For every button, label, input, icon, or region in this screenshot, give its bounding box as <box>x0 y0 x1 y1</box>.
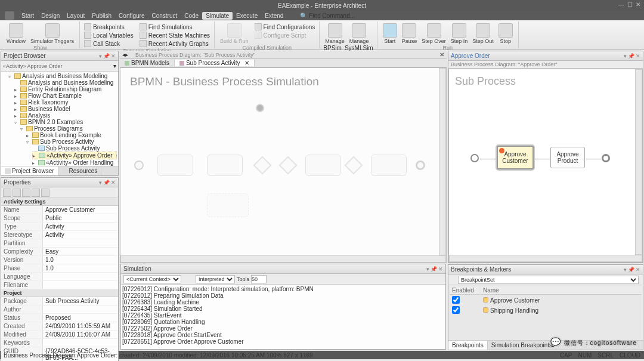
h-scrollbar[interactable] <box>449 255 642 262</box>
prop-row[interactable]: StatusProposed <box>1 314 118 322</box>
manage-sysml-button[interactable]: Manage <box>348 23 371 45</box>
breakpoints-table[interactable]: EnabledName Approve CustomerShipping Han… <box>448 285 643 316</box>
bpmn-gateway[interactable] <box>344 156 363 174</box>
step-out-button[interactable]: Step Out <box>470 23 496 45</box>
v-scrollbar[interactable] <box>635 69 642 255</box>
breakpoint-row[interactable]: Shipping Handling <box>450 306 642 315</box>
menu-construct[interactable]: Construct <box>148 12 181 20</box>
panel-dropdown-icon[interactable]: ▾ <box>99 53 102 59</box>
prop-row[interactable]: Phase1.0 <box>1 264 118 273</box>
prop-row[interactable]: Version1.0 <box>1 256 118 264</box>
prop-row[interactable]: StereotypeActivity <box>1 231 118 239</box>
nav-icon[interactable]: ◂▸ <box>120 51 131 58</box>
window-button[interactable]: Window <box>5 23 27 45</box>
properties-grid[interactable]: Activity Settings NameApprove CustomerSc… <box>1 198 118 361</box>
tab-project-browser[interactable]: Project Browser <box>1 166 58 175</box>
bpmn-gateway[interactable] <box>278 156 297 174</box>
prop-row[interactable]: ScopePublic <box>1 214 118 223</box>
find-command[interactable]: 🔍Find Command... <box>300 13 355 19</box>
h-scrollbar[interactable] <box>120 255 446 263</box>
tab-breakpoints[interactable]: Breakpoints <box>448 341 488 350</box>
breakpoint-row[interactable]: Approve Customer <box>450 296 642 305</box>
tab-resources[interactable]: Resources <box>58 166 102 175</box>
maximize-button[interactable]: ☐ <box>626 1 633 8</box>
findconf-button[interactable]: Find Configurations <box>254 23 316 31</box>
localvars-button[interactable]: Local Variables <box>83 31 134 39</box>
project-tree[interactable]: ▿Analysis and Business Modeling Analysis… <box>1 72 118 166</box>
project-browser-panel: Project Browser▾📌✕ «Activity» Approve Or… <box>1 51 119 176</box>
status-num: NUM <box>578 352 592 359</box>
prop-row[interactable]: Filename <box>1 281 118 289</box>
prop-row[interactable]: Author <box>1 306 118 314</box>
prop-row[interactable]: Created24/09/2010 11:05:59 AM <box>1 322 118 331</box>
findsim-button[interactable]: Find Simulations <box>139 23 210 31</box>
speed-input[interactable] <box>251 275 267 283</box>
bpmn-end-event[interactable] <box>416 161 425 170</box>
minimize-button[interactable]: — <box>618 1 625 8</box>
confscript-button[interactable]: Configure Script <box>254 31 316 39</box>
context-select[interactable]: <Current Context> <box>123 275 181 283</box>
main-canvas[interactable]: BPMN - Business Process Simulation <box>120 67 447 263</box>
status-cap: CAP <box>560 352 572 359</box>
panel-pin-icon[interactable]: 📌 <box>103 53 110 59</box>
tab-sim-breakpoints[interactable]: Simulation Breakpoints <box>488 341 556 350</box>
tab-bpmn-models[interactable]: BPMN Models <box>120 60 175 66</box>
simulator-triggers-button[interactable]: Simulator Triggers <box>29 23 76 45</box>
menu-configure[interactable]: Configure <box>115 12 148 20</box>
sub-approve-customer[interactable]: Approve Customer <box>497 146 534 169</box>
manage-bpsim-button[interactable]: Manage <box>323 23 346 45</box>
callstack-button[interactable]: Call Stack <box>83 39 134 48</box>
breadcrumb[interactable]: «Activity» Approve Order <box>3 63 63 69</box>
bpmn-intermediate-event[interactable] <box>256 104 264 112</box>
pause-button[interactable]: Pause <box>400 23 419 45</box>
menu-layout[interactable]: Layout <box>63 12 88 20</box>
bp-enabled-checkbox[interactable] <box>452 306 460 314</box>
breakpoints-button[interactable]: Breakpoints <box>83 23 134 31</box>
bp-enabled-checkbox[interactable] <box>452 296 460 304</box>
close-diagram-icon[interactable]: ✕ <box>437 51 447 58</box>
statusbar: Business Process Diagram:Approve Order: … <box>0 351 644 359</box>
prop-row[interactable]: Keywords <box>1 339 118 347</box>
interp-select[interactable]: Interpreted <box>196 275 235 283</box>
project-browser-title: Project Browser <box>4 53 46 59</box>
bpmn-annotation[interactable] <box>207 193 249 217</box>
prop-row[interactable]: ComplexityEasy <box>1 248 118 256</box>
simulation-log[interactable]: [07226012] Configuration: mode: Interpre… <box>121 285 445 349</box>
prop-row[interactable]: Partition <box>1 239 118 248</box>
step-over-button[interactable]: Step Over <box>420 23 448 45</box>
menu-start[interactable]: Start <box>18 12 38 20</box>
step-in-button[interactable]: Step In <box>449 23 470 45</box>
menu-simulate[interactable]: Simulate <box>202 12 233 20</box>
app-icon[interactable] <box>5 11 14 20</box>
sub-approve-product[interactable]: Approve Product <box>550 147 585 168</box>
recentsm-button[interactable]: Recent State Machines <box>139 31 210 39</box>
sub-canvas[interactable]: Sub Process Approve Customer Approve Pro… <box>448 69 643 263</box>
panel-close-icon[interactable]: ✕ <box>111 53 116 59</box>
prop-row[interactable]: Language <box>1 273 118 281</box>
prop-row[interactable]: PackageSub Process Activity <box>1 297 118 306</box>
menu-code[interactable]: Code <box>181 12 202 20</box>
bpmn-gateway[interactable] <box>253 156 271 174</box>
menu-extend[interactable]: Extend <box>261 12 287 20</box>
tab-sub-process[interactable]: Sub Process Activity✕ <box>175 60 255 66</box>
bpmn-start-event[interactable] <box>134 161 144 170</box>
menu-execute[interactable]: Execute <box>233 12 261 20</box>
close-button[interactable]: ✕ <box>634 1 642 8</box>
sub-end-event[interactable] <box>602 154 610 162</box>
bpmn-task[interactable] <box>305 155 341 176</box>
prop-row[interactable]: Modified24/09/2010 11:06:07 AM <box>1 331 118 339</box>
breakpoint-set-select[interactable]: BreakpointSet <box>458 276 639 284</box>
sub-start-event[interactable] <box>470 154 479 162</box>
bpmn-task[interactable] <box>207 155 243 176</box>
menu-publish[interactable]: Publish <box>88 12 115 20</box>
recentag-button[interactable]: Recent Activity Graphs <box>139 39 210 48</box>
v-scrollbar[interactable] <box>439 68 446 255</box>
prop-row[interactable]: NameApprove Customer <box>1 206 118 214</box>
build-run-button[interactable]: Build & Run <box>218 23 250 45</box>
start-button[interactable]: Start <box>381 23 399 45</box>
menu-design[interactable]: Design <box>38 12 63 20</box>
bpmn-task[interactable] <box>157 155 193 176</box>
prop-row[interactable]: TypeActivity <box>1 223 118 231</box>
stop-button[interactable]: Stop <box>497 23 515 45</box>
bpmn-task[interactable] <box>371 155 407 176</box>
